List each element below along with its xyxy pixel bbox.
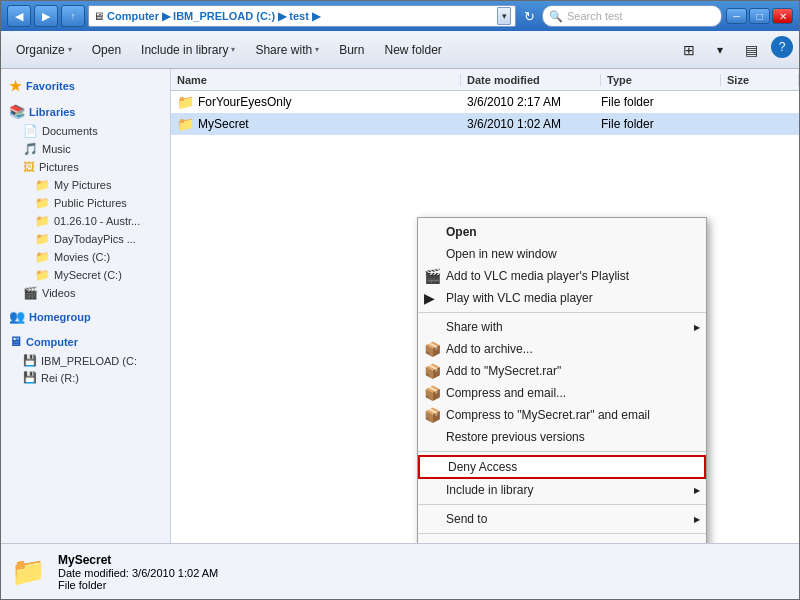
sidebar-item-my-pictures[interactable]: 📁 My Pictures: [1, 176, 170, 194]
ctx-compress-mysecret-email[interactable]: 📦 Compress to "MySecret.rar" and email: [418, 404, 706, 426]
up-button[interactable]: ↑: [61, 5, 85, 27]
file-area: Name Date modified Type Size 📁 ForYourEy…: [171, 69, 799, 543]
include-in-library-button[interactable]: Include in library ▾: [132, 36, 244, 64]
ctx-send-to[interactable]: Send to: [418, 508, 706, 530]
ctx-open[interactable]: Open: [418, 221, 706, 243]
star-icon: ★: [9, 78, 22, 94]
open-button[interactable]: Open: [83, 36, 130, 64]
status-filename: MySecret: [58, 553, 218, 567]
sidebar-item-movies[interactable]: 📁 Movies (C:): [1, 248, 170, 266]
sidebar-item-public-pictures[interactable]: 📁 Public Pictures: [1, 194, 170, 212]
vlc-playlist-icon: 🎬: [424, 268, 441, 284]
ctx-add-mysecret-rar[interactable]: 📦 Add to "MySecret.rar": [418, 360, 706, 382]
computer-header[interactable]: 🖥 Computer: [1, 331, 170, 352]
videos-icon: 🎬: [23, 286, 38, 300]
computer-icon: 🖥: [9, 334, 22, 349]
burn-button[interactable]: Burn: [330, 36, 373, 64]
search-icon: 🔍: [549, 10, 563, 23]
view-dropdown-button[interactable]: ▾: [708, 36, 732, 64]
file-row-foryoureyes[interactable]: 📁 ForYourEyesOnly 3/6/2010 2:17 AM File …: [171, 91, 799, 113]
public-pictures-icon: 📁: [35, 196, 50, 210]
ctx-restore-versions[interactable]: Restore previous versions: [418, 426, 706, 448]
ctx-compress-email[interactable]: 📦 Compress and email...: [418, 382, 706, 404]
ctx-include-library[interactable]: Include in library: [418, 479, 706, 501]
movies-icon: 📁: [35, 250, 50, 264]
sidebar-item-music[interactable]: 🎵 Music: [1, 140, 170, 158]
search-box[interactable]: 🔍 Search test: [542, 5, 722, 27]
libraries-section: 📚 Libraries 📄 Documents 🎵 Music 🖼 Pictur…: [1, 101, 170, 302]
sidebar-item-daytoday[interactable]: 📁 DayTodayPics ...: [1, 230, 170, 248]
title-bar-controls: ◀ ▶ ↑ 🖥 Computer ▶ IBM_PRELOAD (C:) ▶ te…: [7, 5, 722, 27]
view-mode-button[interactable]: ⊞: [674, 36, 704, 64]
main-area: ★ Favorites 📚 Libraries 📄 Documents 🎵 Mu…: [1, 69, 799, 543]
archive-icon: 📦: [424, 341, 441, 357]
folder-icon-foryoureyes: 📁: [177, 94, 194, 110]
music-icon: 🎵: [23, 142, 38, 156]
minimize-button[interactable]: ─: [726, 8, 747, 24]
status-kind: File folder: [58, 579, 218, 591]
sidebar: ★ Favorites 📚 Libraries 📄 Documents 🎵 Mu…: [1, 69, 171, 543]
status-detail: Date modified: 3/6/2010 1:02 AM: [58, 567, 218, 579]
refresh-button[interactable]: ↻: [519, 6, 539, 26]
column-headers: Name Date modified Type Size: [171, 69, 799, 91]
favorites-header[interactable]: ★ Favorites: [1, 75, 170, 97]
daytoday-icon: 📁: [35, 232, 50, 246]
sidebar-item-01-26[interactable]: 📁 01.26.10 - Austr...: [1, 212, 170, 230]
view-controls: ⊞ ▾ ▤ ?: [674, 36, 793, 64]
homegroup-header[interactable]: 👥 Homegroup: [1, 306, 170, 327]
new-folder-button[interactable]: New folder: [376, 36, 451, 64]
libraries-header[interactable]: 📚 Libraries: [1, 101, 170, 122]
sidebar-item-documents[interactable]: 📄 Documents: [1, 122, 170, 140]
favorites-section: ★ Favorites: [1, 75, 170, 97]
address-path: 🖥 Computer ▶ IBM_PRELOAD (C:) ▶ test ▶: [93, 10, 493, 23]
sidebar-item-pictures[interactable]: 🖼 Pictures: [1, 158, 170, 176]
compress-email-icon: 📦: [424, 385, 441, 401]
homegroup-icon: 👥: [9, 309, 25, 324]
rei-hd-icon: 💾: [23, 371, 37, 384]
back-button[interactable]: ◀: [7, 5, 31, 27]
col-header-size[interactable]: Size: [721, 74, 799, 86]
address-bar[interactable]: 🖥 Computer ▶ IBM_PRELOAD (C:) ▶ test ▶ ▾: [88, 5, 516, 27]
context-menu: Open Open in new window 🎬 Add to VLC med…: [417, 217, 707, 543]
vlc-play-icon: ▶: [424, 290, 435, 306]
documents-icon: 📄: [23, 124, 38, 138]
ctx-add-archive[interactable]: 📦 Add to archive...: [418, 338, 706, 360]
address-dropdown[interactable]: ▾: [497, 7, 511, 25]
file-row-mysecret[interactable]: 📁 MySecret 3/6/2010 1:02 AM File folder: [171, 113, 799, 135]
sidebar-item-rei[interactable]: 💾 Rei (R:): [1, 369, 170, 386]
ctx-share-with[interactable]: Share with: [418, 316, 706, 338]
share-with-button[interactable]: Share with ▾: [246, 36, 328, 64]
libraries-icon: 📚: [9, 104, 25, 119]
col-header-date[interactable]: Date modified: [461, 74, 601, 86]
ctx-cut[interactable]: Cut: [418, 537, 706, 543]
status-text: MySecret Date modified: 3/6/2010 1:02 AM…: [58, 553, 218, 591]
ctx-play-vlc[interactable]: ▶ Play with VLC media player: [418, 287, 706, 309]
01-26-icon: 📁: [35, 214, 50, 228]
col-header-name[interactable]: Name: [171, 74, 461, 86]
col-header-type[interactable]: Type: [601, 74, 721, 86]
status-folder-icon: 📁: [11, 555, 46, 588]
toolbar: Organize ▾ Open Include in library ▾ Sha…: [1, 31, 799, 69]
ctx-open-new-window[interactable]: Open in new window: [418, 243, 706, 265]
mysecret-c-icon: 📁: [35, 268, 50, 282]
sidebar-item-videos[interactable]: 🎬 Videos: [1, 284, 170, 302]
include-arrow: ▾: [231, 45, 235, 54]
ctx-deny-access[interactable]: Deny Access: [418, 455, 706, 479]
forward-button[interactable]: ▶: [34, 5, 58, 27]
sidebar-item-ibm[interactable]: 💾 IBM_PRELOAD (C:: [1, 352, 170, 369]
sidebar-item-mysecret-c[interactable]: 📁 MySecret (C:): [1, 266, 170, 284]
search-placeholder: Search test: [567, 10, 623, 22]
maximize-button[interactable]: □: [749, 8, 770, 24]
ibm-hd-icon: 💾: [23, 354, 37, 367]
status-bar: 📁 MySecret Date modified: 3/6/2010 1:02 …: [1, 543, 799, 599]
window: ◀ ▶ ↑ 🖥 Computer ▶ IBM_PRELOAD (C:) ▶ te…: [0, 0, 800, 600]
close-button[interactable]: ✕: [772, 8, 793, 24]
window-controls: ─ □ ✕: [726, 8, 793, 24]
ctx-add-vlc-playlist[interactable]: 🎬 Add to VLC media player's Playlist: [418, 265, 706, 287]
pane-button[interactable]: ▤: [736, 36, 767, 64]
help-button[interactable]: ?: [771, 36, 793, 58]
computer-section: 🖥 Computer 💾 IBM_PRELOAD (C: 💾 Rei (R:): [1, 331, 170, 386]
organize-button[interactable]: Organize ▾: [7, 36, 81, 64]
rar-icon: 📦: [424, 363, 441, 379]
title-bar: ◀ ▶ ↑ 🖥 Computer ▶ IBM_PRELOAD (C:) ▶ te…: [1, 1, 799, 31]
